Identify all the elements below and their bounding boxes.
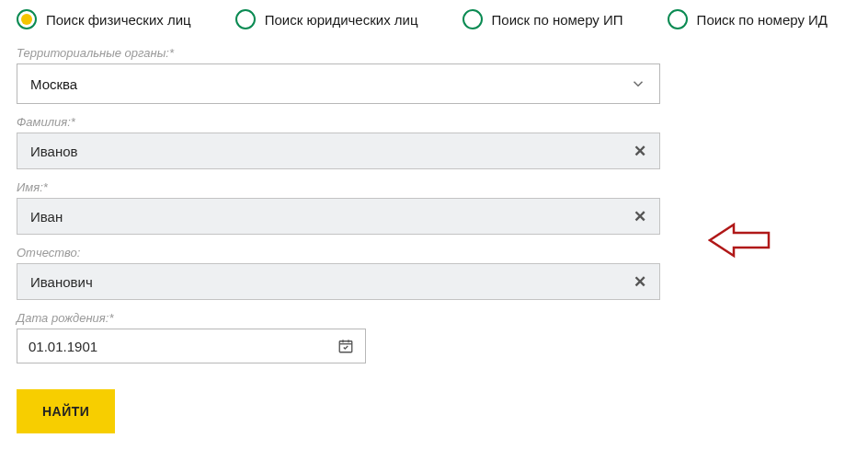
patronymic-input[interactable]: [30, 274, 634, 290]
radio-icon: [17, 9, 37, 29]
radio-icon: [463, 9, 483, 29]
name-label: Имя:*: [17, 180, 851, 194]
birthdate-input[interactable]: [29, 339, 337, 354]
chevron-down-icon: [630, 75, 646, 92]
tab-ip-number[interactable]: Поиск по номеру ИП: [463, 9, 623, 29]
close-icon[interactable]: ✕: [634, 142, 646, 161]
search-button[interactable]: НАЙТИ: [17, 389, 115, 433]
birthdate-label: Дата рождения:*: [17, 311, 851, 325]
radio-icon: [668, 9, 688, 29]
surname-input[interactable]: [30, 144, 634, 159]
surname-label: Фамилия:*: [17, 115, 851, 129]
territory-value: Москва: [30, 76, 630, 92]
tab-id-number[interactable]: Поиск по номеру ИД: [668, 9, 828, 29]
close-icon[interactable]: ✕: [634, 207, 646, 226]
close-icon[interactable]: ✕: [634, 272, 646, 292]
tab-label: Поиск по номеру ИД: [697, 12, 828, 28]
tab-label: Поиск физических лиц: [46, 12, 191, 28]
surname-field-wrap: ✕: [17, 133, 660, 169]
tab-label: Поиск юридических лиц: [265, 12, 418, 28]
tab-label: Поиск по номеру ИП: [492, 12, 623, 28]
birthdate-field-wrap: [17, 329, 366, 363]
search-type-tabs: Поиск физических лиц Поиск юридических л…: [17, 9, 851, 29]
patronymic-label: Отчество:: [17, 246, 851, 260]
tab-individuals[interactable]: Поиск физических лиц: [17, 9, 191, 29]
patronymic-field-wrap: ✕: [17, 263, 660, 300]
name-input[interactable]: [30, 209, 634, 225]
radio-icon: [235, 9, 256, 29]
name-field-wrap: ✕: [17, 198, 660, 235]
territory-label: Территориальные органы:*: [17, 46, 851, 60]
calendar-icon[interactable]: [337, 338, 354, 354]
territory-select[interactable]: Москва: [17, 63, 660, 104]
svg-rect-0: [339, 341, 352, 352]
tab-legal[interactable]: Поиск юридических лиц: [235, 9, 418, 29]
